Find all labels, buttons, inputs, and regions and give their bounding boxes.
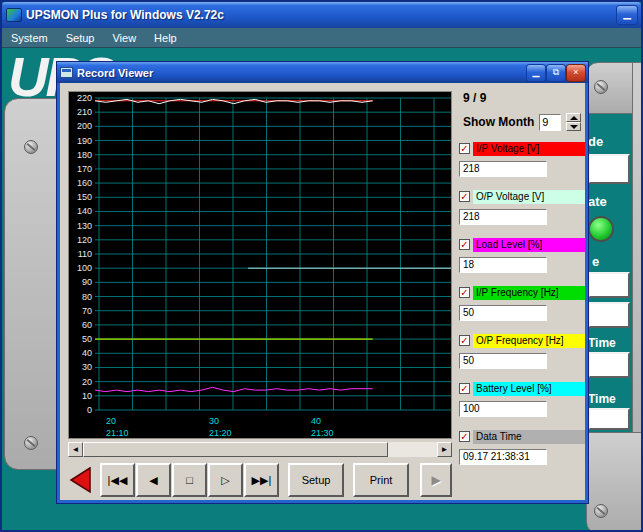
svg-text:90: 90	[82, 277, 92, 287]
rv-restore-button[interactable]: ⧉	[547, 65, 565, 81]
status-led	[588, 216, 614, 242]
scroll-right-button[interactable]: ►	[437, 442, 452, 457]
channel-label: Data Time	[473, 430, 585, 444]
svg-text:60: 60	[82, 320, 92, 330]
next-page-button-disabled[interactable]: ▶	[420, 463, 452, 497]
svg-text:20: 20	[106, 416, 116, 426]
scrollbar-track[interactable]	[388, 442, 437, 457]
channel-label: Battery Level [%]	[473, 382, 585, 396]
stop-button[interactable]: □	[172, 463, 207, 497]
rv-minimize-button[interactable]: ▁	[527, 65, 545, 81]
svg-text:80: 80	[82, 292, 92, 302]
print-button[interactable]: Print	[353, 463, 409, 497]
channel-panel: 9 / 9 Show Month ✓ I/P Voltage [V] 218	[457, 89, 585, 503]
minimize-button[interactable]: ▁	[617, 6, 637, 24]
svg-text:21:30: 21:30	[311, 428, 334, 438]
channel-group: ✓ O/P Frequency [Hz] 50	[457, 333, 585, 369]
channel-group: ✓ I/P Frequency [Hz] 50	[457, 285, 585, 321]
play-direction-icon	[66, 465, 96, 495]
menu-help[interactable]: Help	[145, 28, 186, 48]
channel-value: 100	[459, 401, 547, 417]
show-month-input[interactable]	[539, 114, 561, 131]
chart-hscrollbar: ◄ ►	[68, 442, 452, 457]
channel-group: ✓ Data Time 09.17 21:38:31	[457, 429, 585, 465]
svg-text:180: 180	[77, 150, 92, 160]
play-button[interactable]: ▷	[208, 463, 243, 497]
svg-text:40: 40	[311, 416, 321, 426]
channel-label: I/P Voltage [V]	[473, 142, 585, 156]
page-indicator: 9 / 9	[463, 91, 585, 105]
svg-text:50: 50	[82, 334, 92, 344]
box-fragment	[588, 272, 630, 298]
channel-group: ✓ Load Level [%] 18	[457, 237, 585, 273]
channel-checkbox[interactable]: ✓	[459, 287, 470, 298]
last-record-button[interactable]: ▶▶|	[244, 463, 279, 497]
time-label-fragment: Time	[588, 336, 616, 350]
box-fragment	[588, 408, 630, 430]
svg-text:120: 120	[77, 235, 92, 245]
svg-text:110: 110	[78, 249, 92, 259]
svg-text:190: 190	[77, 136, 92, 146]
menu-view[interactable]: View	[103, 28, 145, 48]
channel-checkbox[interactable]: ✓	[459, 191, 470, 202]
client-area: UPS de ate e Time Time Record Viewer ▁ ⧉	[2, 48, 641, 530]
setup-button[interactable]: Setup	[288, 463, 344, 497]
svg-text:30: 30	[209, 416, 219, 426]
main-titlebar[interactable]: UPSMON Plus for Windows V2.72c ▁	[2, 2, 641, 28]
scroll-left-button[interactable]: ◄	[68, 442, 83, 457]
box-fragment	[588, 302, 630, 328]
svg-text:20: 20	[82, 377, 92, 387]
svg-text:220: 220	[77, 93, 92, 103]
svg-text:40: 40	[82, 348, 92, 358]
channel-value: 218	[459, 209, 547, 225]
show-month-label: Show Month	[463, 115, 534, 129]
channel-label: O/P Voltage [V]	[473, 190, 585, 204]
label-fragment: e	[592, 254, 599, 269]
box-fragment	[588, 352, 630, 378]
month-spinner	[566, 113, 581, 131]
spin-down-button[interactable]	[566, 122, 581, 131]
channel-checkbox[interactable]: ✓	[459, 335, 470, 346]
channel-group: ✓ O/P Voltage [V] 218	[457, 189, 585, 225]
svg-text:200: 200	[77, 121, 92, 131]
channel-label: O/P Frequency [Hz]	[473, 334, 585, 348]
chart-svg: 0102030405060708090100110120130140150160…	[69, 92, 453, 440]
svg-text:170: 170	[77, 164, 92, 174]
svg-text:210: 210	[77, 107, 92, 117]
first-record-button[interactable]: |◀◀	[100, 463, 135, 497]
record-viewer-titlebar[interactable]: Record Viewer ▁ ⧉ ×	[57, 62, 588, 83]
screw	[24, 140, 38, 154]
record-viewer-icon	[60, 67, 73, 78]
upsmon-main-window: UPSMON Plus for Windows V2.72c ▁ System …	[0, 0, 643, 532]
playback-toolbar: |◀◀ ◀ □ ▷ ▶▶| Setup Print ▶	[66, 461, 454, 499]
spin-up-button[interactable]	[566, 113, 581, 122]
rv-close-button[interactable]: ×	[567, 65, 585, 81]
svg-text:140: 140	[77, 206, 92, 216]
mode-label-fragment: de	[588, 134, 603, 149]
menu-system[interactable]: System	[2, 28, 57, 48]
bottom-right-bezel-panel	[586, 432, 641, 530]
svg-text:160: 160	[77, 178, 92, 188]
svg-text:21:10: 21:10	[106, 428, 129, 438]
mode-box-fragment	[588, 154, 630, 184]
scrollbar-thumb[interactable]	[83, 442, 388, 457]
screw	[594, 80, 608, 94]
channel-checkbox[interactable]: ✓	[459, 383, 470, 394]
record-viewer-window: Record Viewer ▁ ⧉ × 01020304050607080901…	[57, 62, 588, 503]
channel-label: I/P Frequency [Hz]	[473, 286, 585, 300]
svg-text:10: 10	[82, 391, 92, 401]
previous-record-button[interactable]: ◀	[136, 463, 171, 497]
channel-checkbox[interactable]: ✓	[459, 431, 470, 442]
record-viewer-title: Record Viewer	[77, 67, 527, 79]
svg-text:21:20: 21:20	[209, 428, 232, 438]
svg-text:130: 130	[77, 221, 92, 231]
time-label-fragment: Time	[588, 392, 616, 406]
channel-value: 50	[459, 353, 547, 369]
record-viewer-body: 0102030405060708090100110120130140150160…	[60, 83, 585, 500]
channel-checkbox[interactable]: ✓	[459, 143, 470, 154]
menu-setup[interactable]: Setup	[57, 28, 104, 48]
svg-text:150: 150	[77, 192, 92, 202]
channel-checkbox[interactable]: ✓	[459, 239, 470, 250]
record-chart: 0102030405060708090100110120130140150160…	[68, 91, 452, 439]
svg-text:100: 100	[77, 263, 92, 273]
